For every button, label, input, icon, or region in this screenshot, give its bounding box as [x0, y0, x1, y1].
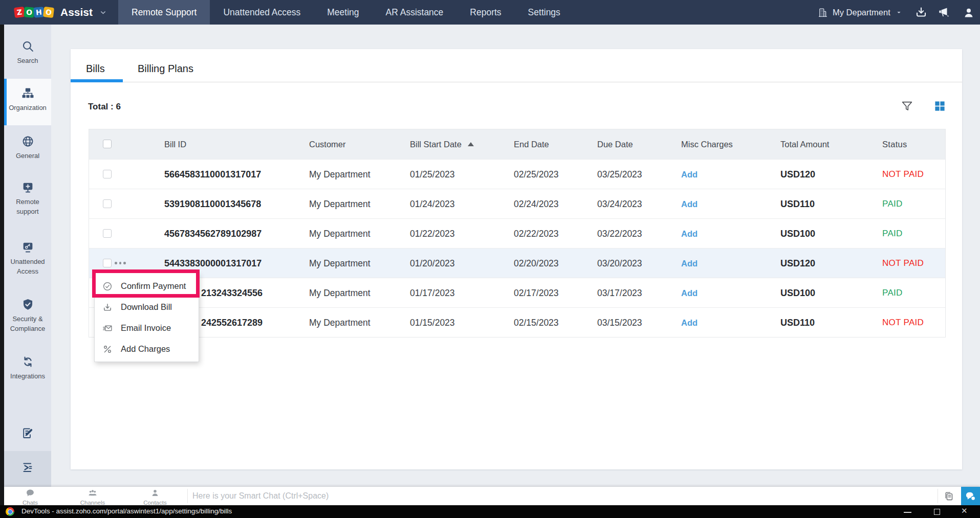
tab-bills[interactable]: Bills [86, 63, 105, 75]
row-checkbox[interactable] [103, 199, 112, 208]
zoho-logo-tile-h: H [33, 7, 45, 18]
total-amount-cell: USD110 [780, 308, 815, 337]
product-name: Assist [60, 6, 93, 18]
end-date-cell: 02/15/2023 [514, 308, 559, 337]
col-status[interactable]: Status [882, 129, 907, 159]
restore-window-icon[interactable] [934, 509, 940, 515]
devtools-titlebar[interactable]: DevTools - assist.zoho.com/portal/aswint… [0, 505, 980, 518]
chevron-down-icon[interactable] [99, 9, 107, 16]
col-due-date[interactable]: Due Date [597, 129, 633, 159]
monitor-plus-icon [21, 181, 34, 194]
chrome-icon [6, 507, 14, 516]
chatbar-channels[interactable]: Channels [70, 488, 116, 506]
row-checkbox[interactable] [103, 259, 112, 267]
sidebar-item-integrations[interactable]: Integrations [4, 355, 51, 381]
form-edit-icon[interactable] [21, 427, 34, 439]
sidebar-item-organization[interactable]: Organization [4, 79, 51, 125]
content-area: Bills Billing Plans Total : 6 Bill ID Cu… [51, 25, 980, 487]
nav-settings[interactable]: Settings [515, 0, 574, 25]
close-icon[interactable]: ✕ [961, 506, 968, 515]
end-date-cell: 02/20/2023 [514, 249, 559, 278]
add-misc-charges-link[interactable]: Add [681, 249, 698, 278]
nav-reports[interactable]: Reports [456, 0, 514, 25]
table-row[interactable]: 5391908110001345678My Department01/24/20… [89, 189, 945, 218]
col-customer[interactable]: Customer [309, 129, 346, 159]
table-row[interactable]: 213243324556My Department01/17/202302/17… [89, 278, 945, 307]
add-misc-charges-link[interactable]: Add [681, 189, 698, 219]
total-amount-cell: USD100 [780, 219, 815, 249]
table-header-row: Bill ID Customer Bill Start Date End Dat… [89, 129, 945, 159]
minimize-icon[interactable] [904, 512, 911, 513]
sidebar-item-security-compliance[interactable]: Security & Compliance [4, 298, 51, 333]
sidebar-item-label: Security & Compliance [4, 314, 51, 333]
zoho-assist-logo[interactable]: Z O H O Assist [14, 0, 107, 25]
bill-start-date-cell: 01/17/2023 [410, 278, 455, 308]
add-misc-charges-link[interactable]: Add [681, 219, 698, 249]
col-bill-start-date[interactable]: Bill Start Date [410, 129, 474, 159]
menu-item-email-invoice[interactable]: Email Invoice [95, 318, 199, 339]
col-misc-charges[interactable]: Misc Charges [681, 129, 733, 159]
menu-item-download-bill[interactable]: Download Bill [95, 297, 199, 318]
download-icon[interactable] [915, 6, 927, 18]
sidebar-item-label: Organization [9, 103, 47, 112]
cliq-chat-button[interactable] [961, 487, 980, 505]
sidebar-item-remote-support[interactable]: Remote support [4, 181, 51, 216]
table-row[interactable]: 5443383000001317017My Department01/20/20… [89, 248, 945, 278]
add-misc-charges-link[interactable]: Add [681, 160, 698, 189]
row-checkbox[interactable] [103, 170, 112, 178]
download-icon [102, 302, 113, 312]
department-selector[interactable]: My Department [817, 0, 902, 25]
top-navbar: Z O H O Assist Remote SupportUnattended … [0, 0, 980, 25]
chatbar-chats[interactable]: Chats [7, 488, 53, 506]
shield-check-icon [21, 298, 34, 311]
add-misc-charges-link[interactable]: Add [681, 308, 698, 337]
nav-ar-assistance[interactable]: AR Assistance [373, 0, 457, 25]
sidebar-item-search[interactable]: Search [4, 40, 51, 65]
col-end-date[interactable]: End Date [514, 129, 549, 159]
chatbar-contacts[interactable]: Contacts [132, 488, 178, 506]
table-row[interactable]: 242552617289My Department01/15/202302/15… [89, 307, 945, 337]
menu-item-confirm-payment[interactable]: Confirm Payment [95, 276, 199, 297]
col-bill-id[interactable]: Bill ID [164, 129, 186, 159]
status-cell: NOT PAID [882, 308, 924, 337]
table-row[interactable]: 4567834562789102987My Department01/22/20… [89, 218, 945, 248]
total-amount-cell: USD100 [780, 278, 815, 308]
sidebar-item-general[interactable]: General [4, 135, 51, 161]
bill-id-cell: 5664583110001317017 [164, 160, 261, 189]
grid-view-icon[interactable] [934, 100, 946, 112]
percent-icon [102, 344, 113, 354]
status-cell: NOT PAID [882, 160, 924, 189]
globe-icon [21, 135, 34, 148]
copy-pages-icon[interactable] [943, 491, 954, 502]
customer-cell: My Department [309, 249, 371, 278]
menu-item-add-charges[interactable]: Add Charges [95, 339, 199, 359]
sidebar-item-label: Remote support [4, 197, 51, 216]
filter-icon[interactable] [901, 100, 913, 112]
select-all-checkbox[interactable] [103, 140, 112, 148]
sidebar-item-label: Integrations [10, 371, 45, 381]
user-icon[interactable] [963, 7, 975, 19]
status-cell: PAID [882, 278, 903, 308]
add-misc-charges-link[interactable]: Add [681, 278, 698, 308]
due-date-cell: 03/15/2023 [597, 308, 642, 337]
col-total-amount[interactable]: Total Amount [780, 129, 829, 159]
nav-remote-support[interactable]: Remote Support [118, 0, 210, 25]
table-row[interactable]: 5664583110001317017My Department01/25/20… [89, 159, 945, 189]
active-tab-underline [71, 79, 123, 82]
sigma-icon[interactable] [21, 461, 34, 474]
end-date-cell: 02/25/2023 [514, 160, 559, 189]
tab-billing-plans[interactable]: Billing Plans [138, 63, 193, 75]
row-actions-kebab-icon[interactable] [115, 262, 126, 264]
left-edge-strip [0, 25, 4, 505]
nav-meeting[interactable]: Meeting [314, 0, 372, 25]
end-date-cell: 02/17/2023 [514, 278, 559, 308]
row-checkbox[interactable] [103, 229, 112, 238]
bill-id-cell: 5391908110001345678 [164, 189, 261, 219]
nav-unattended-access[interactable]: Unattended Access [210, 0, 314, 25]
sidebar-item-unattended-access[interactable]: Unattended Access [4, 241, 51, 276]
sidebar-bottom-strip [4, 451, 51, 487]
row-context-menu: Confirm PaymentDownload BillEmail Invoic… [94, 273, 199, 362]
smart-chat-input[interactable]: Here is your Smart Chat (Ctrl+Space) [192, 487, 329, 505]
megaphone-icon[interactable] [938, 6, 950, 18]
due-date-cell: 03/20/2023 [597, 249, 642, 278]
